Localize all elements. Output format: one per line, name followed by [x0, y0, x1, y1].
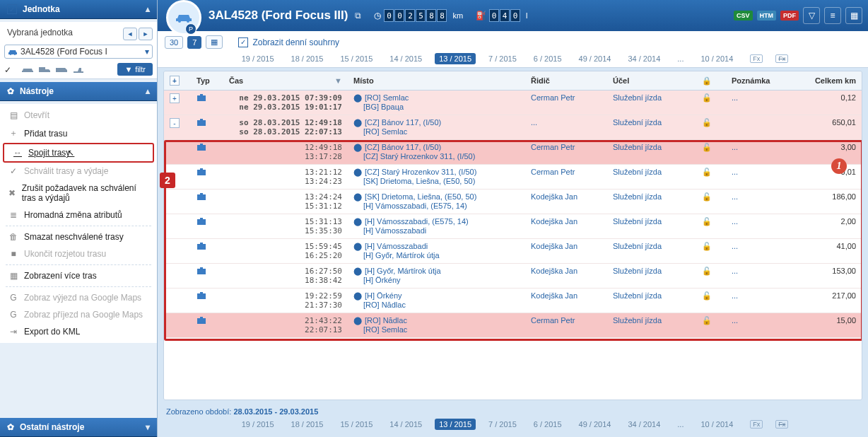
- place-link[interactable]: [SK] Drietoma, Liešna, (E50, 50): [365, 192, 476, 201]
- unlock-icon[interactable]: 🔓: [702, 291, 712, 300]
- col-cas[interactable]: Čas▼: [223, 71, 348, 91]
- note-link[interactable]: ...: [732, 316, 738, 325]
- prev-unit-button[interactable]: ◄: [123, 28, 137, 40]
- unlock-icon[interactable]: 🔓: [702, 93, 712, 102]
- unlock-icon[interactable]: 🔓: [702, 242, 712, 250]
- place-link[interactable]: [H] Vámosszabadi, (E575, 14): [365, 217, 469, 226]
- place-link[interactable]: [CZ] Starý Hrozenkov 311, (I/50): [365, 168, 476, 176]
- table-row[interactable]: +ne 29.03.2015 07:39:09ne 29.03.2015 19:…: [164, 91, 862, 115]
- note-link[interactable]: ...: [732, 93, 738, 102]
- period-item[interactable]: 34 / 2014: [623, 419, 664, 430]
- tool-end-route[interactable]: ■Ukončit rozjetou trasu: [0, 245, 157, 262]
- tool-approve[interactable]: ✓Schválit trasy a výdaje: [0, 163, 157, 180]
- period-item[interactable]: ...: [673, 419, 688, 430]
- purpose-link[interactable]: Služební jízda: [613, 267, 662, 275]
- car-type-icon[interactable]: [21, 65, 34, 74]
- period-item[interactable]: 14 / 2015: [385, 419, 426, 430]
- place-link[interactable]: [H] Örkény: [363, 276, 401, 284]
- period-item[interactable]: 15 / 2015: [336, 419, 377, 430]
- col-km[interactable]: Celkem km: [794, 71, 862, 91]
- tools-panel-header[interactable]: ✿ Nástroje ▴: [0, 82, 157, 101]
- fx-button[interactable]: Fx: [750, 54, 763, 63]
- columns-icon[interactable]: ≡: [824, 7, 841, 24]
- van-type-icon[interactable]: [55, 65, 68, 74]
- purpose-link[interactable]: Služební jízda: [613, 168, 662, 176]
- place-link[interactable]: [SK] Drietoma, Liešna, (E50, 50): [363, 177, 475, 185]
- col-lock[interactable]: 🔒: [696, 71, 726, 91]
- note-link[interactable]: ...: [732, 143, 738, 151]
- period-item[interactable]: ...: [673, 53, 688, 64]
- table-row[interactable]: -so 28.03.2015 12:49:18so 28.03.2015 22:…: [164, 115, 862, 140]
- table-row[interactable]: 12:49:1813:17:28⬤[CZ] Bánov 117, (I/50)[…: [164, 140, 862, 165]
- filter-icon[interactable]: ▽: [803, 7, 820, 24]
- tool-join-routes[interactable]: ↔Spojit trasy↖: [4, 144, 153, 161]
- unlock-icon[interactable]: 🔓: [702, 192, 712, 201]
- place-link[interactable]: [BG] Враца: [363, 103, 404, 111]
- driver-link[interactable]: Kodejška Jan: [531, 291, 577, 300]
- expand-icon[interactable]: -: [170, 118, 180, 128]
- period-item[interactable]: 49 / 2014: [575, 53, 616, 64]
- driver-link[interactable]: Cerman Petr: [531, 168, 575, 176]
- col-ridic[interactable]: Řidič: [525, 71, 607, 91]
- note-link[interactable]: ...: [732, 291, 738, 300]
- period-item[interactable]: 18 / 2015: [287, 53, 328, 64]
- table-row[interactable]: 16:27:5018:38:42⬤[H] Győr, Mártírok útja…: [164, 264, 862, 289]
- purpose-link[interactable]: Služební jízda: [613, 242, 662, 250]
- place-link[interactable]: [H] Vámosszabadi: [363, 226, 426, 235]
- note-link[interactable]: ...: [732, 267, 738, 275]
- period-item[interactable]: 14 / 2015: [385, 53, 426, 64]
- place-link[interactable]: [H] Örkény: [365, 291, 402, 300]
- fx-button[interactable]: Fx: [775, 420, 788, 429]
- table-row[interactable]: 15:31:1315:35:30⬤[H] Vámosszabadi, (E575…: [164, 214, 862, 239]
- purpose-link[interactable]: Služební jízda: [613, 192, 662, 201]
- tool-export-kml[interactable]: ⇥Export do KML: [0, 323, 157, 340]
- driver-link[interactable]: Kodejška Jan: [531, 192, 577, 201]
- driver-link[interactable]: Kodejška Jan: [531, 242, 577, 250]
- calendar-icon[interactable]: ▦: [845, 7, 862, 24]
- col-pozn[interactable]: Poznámka: [726, 71, 794, 91]
- driver-link[interactable]: Cerman Petr: [531, 93, 575, 102]
- period-item[interactable]: 34 / 2014: [623, 53, 664, 64]
- table-row[interactable]: 13:21:1213:24:23⬤[CZ] Starý Hrozenkov 31…: [164, 165, 862, 190]
- tool-gmaps-depart[interactable]: GZobraz výjezd na Google Maps: [0, 289, 157, 306]
- period-item[interactable]: 49 / 2014: [575, 419, 616, 430]
- driver-link[interactable]: Kodejška Jan: [531, 267, 577, 275]
- col-expand[interactable]: +: [164, 71, 191, 91]
- fx-button[interactable]: Fx: [750, 420, 763, 429]
- note-link[interactable]: ...: [732, 168, 738, 176]
- purpose-link[interactable]: Služební jízda: [613, 217, 662, 226]
- driver-link[interactable]: ...: [531, 118, 537, 127]
- machine-type-icon[interactable]: [72, 65, 85, 74]
- period-item[interactable]: 19 / 2015: [237, 53, 278, 64]
- place-link[interactable]: [H] Győr, Mártírok útja: [363, 251, 440, 260]
- period-item[interactable]: 19 / 2015: [237, 419, 278, 430]
- table-row[interactable]: 21:43:2222:07:13⬤[RO] Nădlac[RO] SemlacC…: [164, 313, 862, 338]
- tool-open[interactable]: ▤Otevřít: [0, 107, 157, 124]
- fx-button[interactable]: Fx: [775, 54, 788, 63]
- place-link[interactable]: [RO] Nădlac: [365, 316, 407, 325]
- purpose-link[interactable]: Služební jízda: [613, 118, 662, 127]
- driver-link[interactable]: Cerman Petr: [531, 143, 575, 151]
- place-link[interactable]: [CZ] Bánov 117, (I/50): [365, 118, 441, 127]
- place-link[interactable]: [H] Vámosszabadi, (E575, 14): [363, 202, 467, 210]
- place-link[interactable]: [CZ] Bánov 117, (I/50): [365, 143, 441, 151]
- place-link[interactable]: [RO] Nădlac: [363, 301, 406, 309]
- driver-link[interactable]: Cerman Petr: [531, 316, 575, 325]
- unlock-icon[interactable]: 🔓: [702, 143, 712, 151]
- range-calendar-button[interactable]: ▦: [206, 35, 223, 49]
- place-link[interactable]: [RO] Semlac: [363, 325, 407, 334]
- purpose-link[interactable]: Služební jízda: [613, 143, 662, 151]
- tool-add-route[interactable]: ＋Přidat trasu: [0, 124, 157, 143]
- unlock-icon[interactable]: 🔓: [702, 267, 712, 275]
- unlock-icon[interactable]: 🔓: [702, 118, 712, 127]
- tool-multi-routes[interactable]: ▦Zobrazení více tras: [0, 267, 157, 284]
- unit-panel-header[interactable]: ✓ Jednotka ▴: [0, 0, 157, 19]
- purpose-link[interactable]: Služební jízda: [613, 291, 662, 300]
- note-link[interactable]: ...: [732, 242, 738, 250]
- external-link-icon[interactable]: ⧉: [355, 11, 361, 21]
- tool-gmaps-arrive[interactable]: GZobraz příjezd na Google Maps: [0, 306, 157, 323]
- period-item[interactable]: 10 / 2014: [696, 53, 737, 64]
- period-item[interactable]: 10 / 2014: [696, 419, 737, 430]
- unlock-icon[interactable]: 🔓: [702, 168, 712, 176]
- place-link[interactable]: [RO] Semlac: [363, 127, 407, 136]
